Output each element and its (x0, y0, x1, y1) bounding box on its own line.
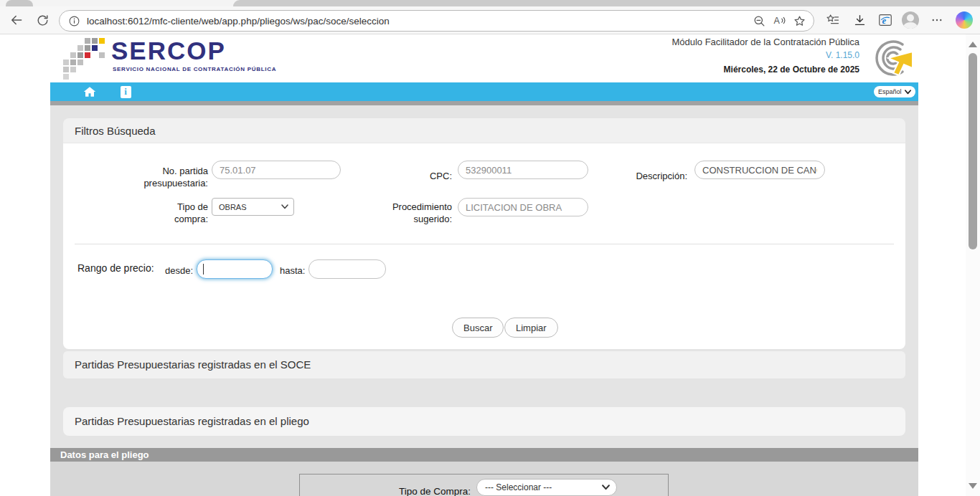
info-button[interactable]: i (116, 84, 135, 100)
descripcion-input[interactable] (694, 161, 825, 179)
browser-tab-strip (0, 0, 980, 6)
refresh-icon (36, 14, 50, 27)
scrollbar-track[interactable] (966, 34, 980, 496)
page-info-icon[interactable] (68, 15, 80, 27)
descripcion-label: Descripción: (616, 170, 687, 182)
text-caret (203, 264, 204, 275)
scrollbar-thumb[interactable] (969, 53, 977, 249)
brand-tagline: SERVICIO NACIONAL DE CONTRATACIÓN PÚBLIC… (113, 66, 276, 72)
date-label: Miércoles, 22 de Octubre de 2025 (672, 65, 859, 75)
chevron-down-icon (281, 204, 288, 209)
buscar-button[interactable]: Buscar (452, 318, 504, 338)
procedimiento-label: Procedimiento sugerido: (384, 201, 452, 225)
filters-panel-header: Filtros Búsqueda (63, 118, 905, 143)
scrollbar-down-arrow[interactable] (969, 483, 977, 489)
no-partida-input[interactable] (212, 161, 341, 179)
tipo-de-compra-label: Tipo de Compra: (300, 486, 471, 496)
ellipsis-icon (930, 14, 943, 27)
scrollbar-up-arrow[interactable] (969, 42, 977, 47)
favorites-list-icon (826, 13, 840, 27)
read-aloud-icon[interactable]: A (769, 11, 789, 31)
module-title: Módulo Facilitador de la Contratación Pú… (672, 37, 859, 47)
desde-input-wrap (197, 259, 273, 279)
info-icon: i (121, 86, 131, 98)
cursor-swoosh-logo-icon (861, 36, 918, 79)
brand-name: SERCOP (111, 37, 226, 65)
datos-pliego-box: Tipo de Compra: --- Seleccionar --- (299, 474, 669, 496)
address-bar[interactable]: localhost:6012/mfc-cliente/web/app.php/p… (59, 10, 814, 32)
tipo-de-compra-select[interactable]: --- Seleccionar --- (476, 479, 617, 496)
back-arrow-icon (9, 13, 24, 27)
home-icon (83, 86, 96, 97)
site-header: SERCOP SERVICIO NACIONAL DE CONTRATACIÓN… (50, 34, 918, 82)
limpiar-button[interactable]: Limpiar (504, 318, 558, 338)
zoom-out-icon[interactable] (749, 11, 769, 31)
url-text: localhost:6012/mfc-cliente/web/app.php/p… (87, 16, 749, 27)
header-info: Módulo Facilitador de la Contratación Pú… (672, 37, 859, 75)
favorites-bar-button[interactable] (822, 9, 844, 31)
tab-fragment (233, 0, 980, 6)
sercop-mosaic-icon (63, 38, 108, 80)
downloads-button[interactable] (849, 9, 870, 31)
cpc-input[interactable] (458, 161, 588, 179)
download-icon (853, 14, 867, 27)
tipo-compra-select[interactable]: OBRAS (212, 198, 294, 216)
no-partida-label: No. partida presupuestaria: (133, 165, 208, 189)
page-viewport: SERCOP SERVICIO NACIONAL DE CONTRATACIÓN… (0, 34, 980, 496)
datos-pliego-area: Tipo de Compra: --- Seleccionar --- (50, 462, 918, 496)
tipo-de-compra-selected-value: --- Seleccionar --- (485, 482, 552, 492)
desde-input[interactable] (197, 259, 273, 279)
avatar-head-icon (907, 14, 914, 22)
copilot-icon (956, 11, 973, 29)
tipo-compra-label: Tipo de compra: (158, 201, 208, 225)
rango-precio-label: Rango de precio: (77, 262, 154, 274)
language-select[interactable]: Español (874, 86, 915, 97)
home-button[interactable] (80, 84, 99, 100)
form-divider (75, 244, 894, 244)
datos-pliego-bar: Datos para el pliego (50, 448, 918, 462)
main-navbar: i Español (50, 82, 918, 101)
page-content: Filtros Búsqueda No. partida presupuesta… (50, 105, 918, 496)
tipo-compra-selected-value: OBRAS (219, 203, 247, 211)
copilot-button[interactable] (953, 9, 975, 31)
favorite-star-icon[interactable] (789, 11, 809, 31)
back-button[interactable] (6, 9, 27, 31)
section-pliego-header[interactable]: Partidas Presupuestarias registradas en … (63, 407, 905, 436)
ie-mode-button[interactable]: e (875, 9, 896, 31)
procedimiento-input[interactable] (458, 198, 588, 216)
language-label: Español (878, 88, 902, 95)
browser-toolbar: localhost:6012/mfc-cliente/web/app.php/p… (0, 6, 980, 34)
tab-fragment (6, 0, 33, 6)
hasta-label: hasta: (280, 265, 305, 276)
hasta-input[interactable] (308, 259, 386, 279)
desde-label: desde: (165, 265, 193, 276)
settings-ellipsis-button[interactable] (926, 9, 948, 31)
cpc-label: CPC: (395, 170, 452, 182)
avatar-body-icon (903, 22, 918, 29)
svg-text:A: A (774, 16, 781, 26)
version-label: V. 1.15.0 (672, 50, 859, 60)
chevron-down-icon (602, 485, 610, 490)
chevron-down-icon (905, 90, 911, 95)
refresh-button[interactable] (32, 9, 53, 31)
section-soce-header[interactable]: Partidas Presupuestarias registradas en … (63, 351, 905, 378)
filters-panel-body: No. partida presupuestaria: CPC: Descrip… (63, 143, 905, 349)
profile-avatar[interactable] (902, 11, 919, 29)
ie-mode-icon: e (877, 12, 893, 28)
page-container: SERCOP SERVICIO NACIONAL DE CONTRATACIÓN… (50, 34, 918, 496)
